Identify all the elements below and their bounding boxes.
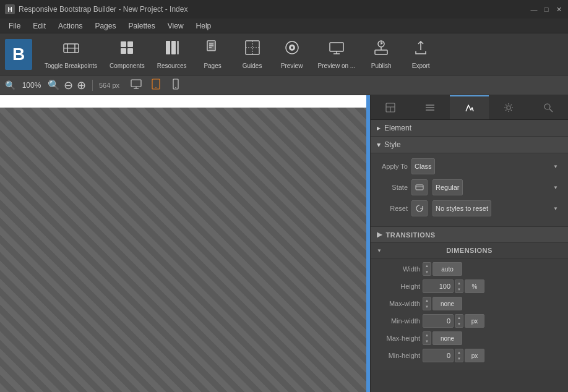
toggle-breakpoints-button[interactable]: Toggle Breakpoints: [40, 37, 102, 72]
device-mobile-button[interactable]: [168, 77, 184, 93]
height-unit[interactable]: %: [465, 279, 484, 293]
zoom-minus-button[interactable]: ⊖: [64, 79, 73, 92]
zoom-plus-button[interactable]: ⊕: [77, 79, 86, 92]
export-label: Export: [412, 62, 430, 69]
tab-search[interactable]: [528, 95, 568, 119]
min-width-up[interactable]: ▲: [455, 315, 463, 321]
tab-navigator[interactable]: [410, 95, 450, 119]
height-input[interactable]: [423, 279, 454, 293]
min-height-down[interactable]: ▼: [455, 356, 463, 362]
min-width-spinner[interactable]: ▲ ▼: [455, 314, 463, 328]
menu-actions[interactable]: Actions: [52, 20, 88, 32]
apply-to-select[interactable]: Class Tag ID: [411, 158, 435, 174]
min-width-input[interactable]: [423, 314, 454, 328]
zoom-in-button[interactable]: 🔍: [48, 79, 60, 91]
max-width-spinner[interactable]: ▲ ▼: [423, 297, 431, 310]
style-section-header[interactable]: ▶ Style: [371, 137, 568, 153]
element-section-arrow: ▶: [377, 126, 381, 131]
publish-icon: [372, 39, 390, 60]
close-button[interactable]: ✕: [554, 5, 563, 14]
menu-palettes[interactable]: Palettes: [122, 20, 161, 32]
height-down[interactable]: ▼: [455, 286, 463, 292]
state-icon-button[interactable]: [411, 179, 428, 195]
min-height-input[interactable]: [423, 349, 454, 362]
max-height-spinner[interactable]: ▲ ▼: [423, 331, 431, 345]
max-width-row: Max-width ▲ ▼ none: [377, 297, 562, 310]
state-row: State Regular Hover Focus Active: [377, 179, 562, 195]
menu-view[interactable]: View: [161, 20, 190, 32]
transitions-arrow: ▶: [377, 231, 382, 239]
pages-button[interactable]: Pages: [194, 37, 231, 72]
menu-file[interactable]: File: [2, 20, 27, 32]
max-width-value[interactable]: none: [432, 297, 462, 310]
element-section-header[interactable]: ▶ Element: [371, 120, 568, 137]
menu-pages[interactable]: Pages: [88, 20, 122, 32]
min-width-unit[interactable]: px: [465, 314, 484, 328]
tab-layout[interactable]: [371, 95, 410, 119]
min-width-down[interactable]: ▼: [455, 321, 463, 327]
publish-button[interactable]: Publish: [363, 37, 400, 72]
app-logo: B: [5, 39, 32, 70]
svg-rect-16: [246, 41, 259, 54]
apply-to-row: Apply To Class Tag ID: [377, 158, 562, 174]
dimensions-header-inner: ▼ DIMENSIONS: [377, 247, 562, 254]
app-icon: H: [5, 4, 15, 14]
components-button[interactable]: Components: [105, 37, 150, 72]
tab-settings[interactable]: [489, 95, 528, 119]
width-row: Width ▲ ▼ auto: [377, 262, 562, 276]
minimize-button[interactable]: —: [530, 5, 538, 14]
width-spinner[interactable]: ▲ ▼: [423, 262, 431, 276]
max-height-value[interactable]: none: [432, 331, 462, 345]
reset-select[interactable]: No styles to reset: [432, 200, 491, 216]
toggle-breakpoints-label: Toggle Breakpoints: [45, 62, 97, 69]
maximize-button[interactable]: □: [542, 5, 551, 14]
height-spinner[interactable]: ▲ ▼: [455, 279, 463, 293]
device-tablet-button[interactable]: [148, 77, 164, 93]
canvas-resize-handle[interactable]: [366, 95, 370, 392]
device-desktop-button[interactable]: [128, 77, 144, 93]
width-up[interactable]: ▲: [423, 263, 431, 269]
min-height-spinner[interactable]: ▲ ▼: [455, 349, 463, 362]
svg-point-21: [291, 46, 293, 49]
width-value[interactable]: auto: [432, 262, 462, 276]
min-height-up[interactable]: ▲: [455, 349, 463, 356]
export-icon: [412, 39, 429, 60]
svg-rect-4: [121, 41, 126, 47]
reset-icon-button[interactable]: [411, 200, 428, 216]
state-label: State: [377, 184, 408, 191]
guides-button[interactable]: Guides: [234, 37, 271, 72]
transitions-section-header[interactable]: ▶ TRANSITIONS: [371, 227, 568, 243]
state-select[interactable]: Regular Hover Focus Active: [432, 179, 463, 195]
max-width-down[interactable]: ▼: [423, 304, 431, 310]
zoombar: 🔍 100% 🔍 ⊖ ⊕ 564 px: [0, 75, 568, 95]
dimensions-section-header[interactable]: ▼ DIMENSIONS: [371, 243, 568, 258]
menu-edit[interactable]: Edit: [27, 20, 52, 32]
tab-style[interactable]: [450, 95, 489, 119]
min-height-row: Min-height ▲ ▼ px: [377, 349, 562, 362]
zoom-level: 100%: [19, 81, 44, 90]
min-height-unit[interactable]: px: [465, 349, 484, 362]
preview-on-label: Preview on ...: [318, 62, 356, 69]
preview-on-button[interactable]: Preview on ...: [313, 37, 361, 72]
max-height-up[interactable]: ▲: [423, 332, 431, 338]
components-label: Components: [110, 62, 145, 69]
height-up[interactable]: ▲: [455, 280, 463, 286]
min-height-label: Min-height: [377, 352, 420, 359]
menu-help[interactable]: Help: [190, 20, 218, 32]
right-panel: ▶ Element ▶ Style Apply To Class Tag ID: [370, 95, 568, 392]
width-down[interactable]: ▼: [423, 269, 431, 275]
reset-select-wrapper: No styles to reset: [432, 200, 562, 216]
svg-rect-22: [330, 43, 343, 51]
max-height-down[interactable]: ▼: [423, 338, 431, 344]
preview-button[interactable]: Preview: [273, 37, 311, 72]
export-button[interactable]: Export: [402, 37, 439, 72]
preview-icon: [283, 39, 301, 60]
dimensions-section-body: Width ▲ ▼ auto Height ▲: [371, 258, 568, 370]
zoom-out-button[interactable]: 🔍: [5, 80, 15, 90]
pages-label: Pages: [204, 62, 221, 69]
canvas-area: [0, 95, 370, 392]
state-select-wrapper: Regular Hover Focus Active: [432, 179, 562, 195]
max-width-up[interactable]: ▲: [423, 297, 431, 304]
guides-icon: [244, 39, 261, 60]
resources-button[interactable]: Resources: [152, 37, 192, 72]
